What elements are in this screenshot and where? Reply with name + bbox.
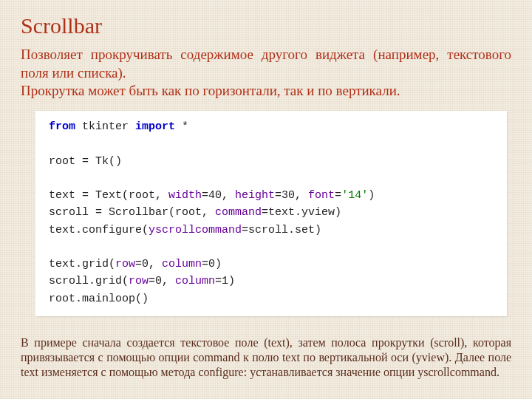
- code-line: root = Tk(): [49, 153, 498, 170]
- code-text: =1): [215, 275, 235, 287]
- code-line: from tkinter import *: [49, 118, 498, 135]
- code-text: text.configure(: [49, 224, 149, 236]
- code-line: text = Text(root, width=40, height=30, f…: [49, 187, 498, 204]
- code-line: scroll = Scrollbar(root, command=text.yv…: [49, 204, 498, 221]
- keyword-import: import: [135, 120, 175, 133]
- code-blank-line: [49, 135, 498, 152]
- code-text: scroll = Scrollbar(root,: [49, 206, 215, 219]
- kwarg-width: width: [168, 189, 202, 202]
- code-text: =text.yview): [262, 206, 341, 219]
- keyword-from: from: [49, 120, 75, 133]
- code-text: ): [368, 189, 375, 202]
- code-text: *: [175, 120, 188, 133]
- code-text: =40,: [202, 189, 235, 202]
- code-text: =0,: [135, 258, 162, 270]
- code-line: text.configure(yscrollcommand=scroll.set…: [49, 222, 498, 239]
- intro-line-1: Позволяет прокручивать содержимое другог…: [21, 46, 511, 82]
- code-line: root.mainloop(): [49, 290, 498, 307]
- code-text: tkinter: [75, 120, 135, 133]
- code-example: from tkinter import * root = Tk() text =…: [35, 111, 507, 316]
- code-text: =30,: [275, 189, 308, 202]
- intro-line-2: Прокрутка может быть как по горизонтали,…: [21, 82, 511, 100]
- code-text: =0,: [149, 275, 175, 287]
- code-text: =0): [202, 258, 222, 270]
- code-line: scroll.grid(row=0, column=1): [49, 273, 498, 290]
- explanation-text: В примере сначала создается текстовое по…: [21, 335, 511, 380]
- intro-text: Позволяет прокручивать содержимое другог…: [21, 46, 511, 100]
- code-text: scroll.grid(: [49, 275, 129, 287]
- kwarg-row: row: [115, 258, 135, 270]
- code-text: =: [335, 189, 341, 202]
- kwarg-height: height: [235, 189, 275, 202]
- kwarg-column: column: [162, 258, 202, 270]
- kwarg-yscrollcommand: yscrollcommand: [149, 224, 242, 236]
- code-text: text = Text(root,: [49, 189, 168, 202]
- kwarg-command: command: [215, 206, 262, 219]
- string-literal: '14': [341, 189, 368, 202]
- code-line: text.grid(row=0, column=0): [49, 256, 498, 273]
- code-blank-line: [49, 170, 498, 187]
- code-text: =scroll.set): [242, 224, 321, 236]
- kwarg-font: font: [308, 189, 335, 202]
- kwarg-row: row: [129, 275, 149, 287]
- kwarg-column: column: [175, 275, 215, 287]
- code-text: text.grid(: [49, 258, 115, 270]
- code-blank-line: [49, 239, 498, 256]
- page-title: Scrollbar: [21, 13, 511, 38]
